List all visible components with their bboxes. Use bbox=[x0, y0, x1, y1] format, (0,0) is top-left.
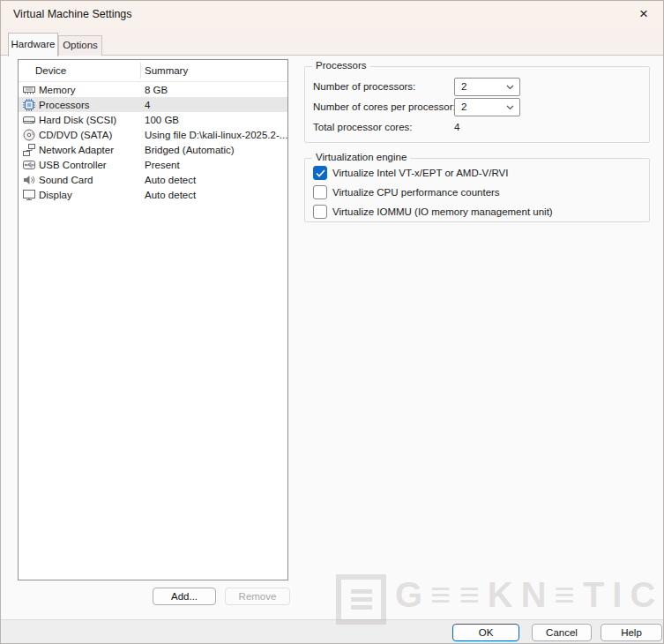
network-icon bbox=[22, 143, 36, 157]
total-processor-cores-label: Total processor cores: bbox=[313, 122, 413, 132]
processors-group: Processors Number of processors: 2 Numbe… bbox=[304, 66, 650, 143]
harddisk-icon bbox=[22, 113, 36, 127]
help-button[interactable]: Help bbox=[601, 624, 662, 641]
cores-per-processor-dropdown[interactable]: 2 bbox=[454, 98, 520, 116]
tab-hardware[interactable]: Hardware bbox=[8, 33, 58, 56]
chevron-down-icon bbox=[506, 105, 514, 110]
device-list: Device Summary Memory 8 GB Processors 4 bbox=[18, 59, 288, 580]
cancel-button[interactable]: Cancel bbox=[532, 624, 592, 641]
total-processor-cores-value: 4 bbox=[454, 122, 459, 132]
cddvd-icon bbox=[22, 128, 36, 142]
device-list-header: Device Summary bbox=[19, 60, 287, 82]
cores-per-processor-label: Number of cores per processor: bbox=[313, 101, 456, 112]
list-item-cd-dvd[interactable]: CD/DVD (SATA) Using file D:\kali-linux-2… bbox=[19, 127, 287, 142]
virtualization-engine-group-title: Virtualization engine bbox=[312, 152, 410, 162]
column-header-device[interactable]: Device bbox=[35, 60, 66, 82]
list-item-memory[interactable]: Memory 8 GB bbox=[19, 82, 287, 97]
checkbox-unchecked-icon[interactable] bbox=[313, 205, 327, 219]
sound-icon bbox=[22, 173, 36, 187]
virtualize-vtx-checkbox-row[interactable]: Virtualize Intel VT-x/EPT or AMD-V/RVI bbox=[313, 166, 508, 180]
ok-button[interactable]: OK bbox=[452, 624, 519, 641]
column-header-summary[interactable]: Summary bbox=[145, 60, 188, 82]
title-bar: Virtual Machine Settings × bbox=[1, 1, 663, 27]
virtualize-cpu-counters-checkbox-row[interactable]: Virtualize CPU performance counters bbox=[313, 185, 500, 199]
list-item-hard-disk[interactable]: Hard Disk (SCSI) 100 GB bbox=[19, 112, 287, 127]
tab-options[interactable]: Options bbox=[58, 35, 102, 56]
virtual-machine-settings-dialog: Virtual Machine Settings × Hardware Opti… bbox=[0, 0, 664, 644]
chevron-down-icon bbox=[506, 85, 514, 90]
list-item-usb-controller[interactable]: USB Controller Present bbox=[19, 157, 287, 172]
number-of-processors-dropdown[interactable]: 2 bbox=[454, 78, 520, 96]
virtualization-engine-group: Virtualization engine Virtualize Intel V… bbox=[304, 158, 650, 222]
close-icon[interactable]: × bbox=[631, 4, 656, 25]
column-divider bbox=[140, 63, 141, 79]
list-item-network-adapter[interactable]: Network Adapter Bridged (Automatic) bbox=[19, 142, 287, 157]
display-icon bbox=[22, 188, 36, 202]
remove-button[interactable]: Remove bbox=[225, 588, 290, 605]
tab-strip: Hardware Options bbox=[1, 27, 663, 56]
processor-icon bbox=[22, 98, 36, 112]
usb-icon bbox=[22, 158, 36, 172]
add-button[interactable]: Add... bbox=[153, 588, 216, 605]
virtualize-iommu-checkbox-row[interactable]: Virtualize IOMMU (IO memory management u… bbox=[313, 205, 553, 219]
memory-icon bbox=[22, 83, 36, 97]
list-item-processors[interactable]: Processors 4 bbox=[19, 97, 287, 112]
processors-group-title: Processors bbox=[312, 60, 370, 71]
number-of-processors-label: Number of processors: bbox=[313, 81, 415, 92]
list-item-display[interactable]: Display Auto detect bbox=[19, 187, 287, 202]
geeknetic-logo-watermark bbox=[336, 574, 386, 625]
geeknetic-text-watermark: G≡≡KN≡TIC bbox=[395, 575, 664, 615]
checkbox-checked-icon[interactable] bbox=[313, 166, 327, 180]
list-item-sound-card[interactable]: Sound Card Auto detect bbox=[19, 172, 287, 187]
checkbox-unchecked-icon[interactable] bbox=[313, 185, 327, 199]
dialog-title: Virtual Machine Settings bbox=[13, 1, 132, 27]
